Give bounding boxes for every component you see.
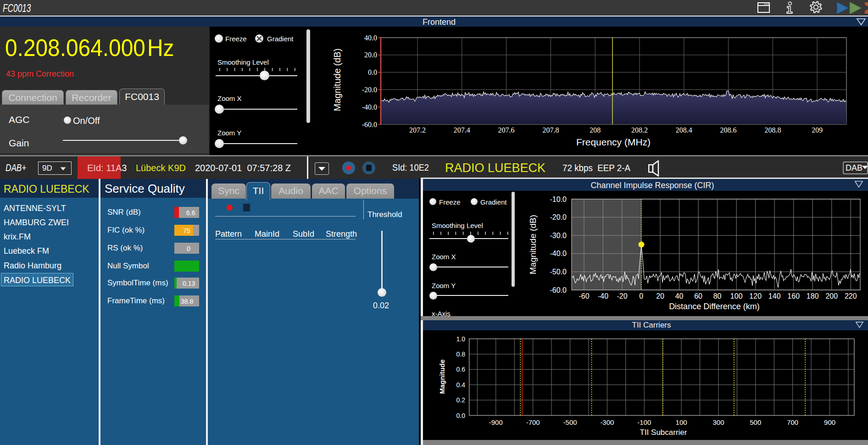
svg-text:0.0: 0.0	[456, 412, 466, 419]
svg-text:0.4: 0.4	[456, 381, 466, 389]
svg-text:-30.0: -30.0	[550, 232, 567, 239]
svg-text:1.0: 1.0	[456, 335, 466, 343]
svg-text:60: 60	[694, 292, 702, 300]
svg-text:80: 80	[713, 292, 722, 300]
svg-text:-40.0: -40.0	[362, 103, 377, 111]
svg-text:140: 140	[768, 292, 781, 300]
svg-text:208.4: 208.4	[676, 126, 692, 134]
svg-text:-900: -900	[489, 418, 503, 426]
svg-text:Frequency (MHz): Frequency (MHz)	[576, 137, 651, 147]
svg-text:0: 0	[639, 292, 643, 300]
svg-text:700: 700	[787, 418, 798, 426]
svg-text:180: 180	[807, 292, 819, 300]
svg-text:208.2: 208.2	[631, 126, 648, 134]
svg-text:160: 160	[787, 292, 800, 300]
svg-text:40: 40	[675, 292, 684, 300]
svg-text:-100: -100	[637, 418, 651, 426]
svg-text:-500: -500	[563, 418, 577, 426]
svg-text:-40.0: -40.0	[550, 250, 567, 257]
svg-text:Magnitude (dB): Magnitude (dB)	[528, 215, 538, 274]
svg-text:0.2: 0.2	[456, 396, 466, 404]
svg-text:0.0: 0.0	[368, 68, 377, 76]
svg-text:207.6: 207.6	[498, 126, 515, 134]
svg-text:200: 200	[825, 292, 838, 300]
svg-text:-20: -20	[617, 292, 627, 300]
svg-text:500: 500	[750, 418, 761, 426]
svg-text:-60.0: -60.0	[362, 121, 377, 128]
svg-text:Magnitude: Magnitude	[438, 360, 446, 394]
svg-text:-300: -300	[600, 418, 614, 426]
svg-text:207.4: 207.4	[454, 126, 470, 134]
svg-text:208.8: 208.8	[764, 126, 781, 134]
svg-text:-20.0: -20.0	[362, 86, 377, 94]
svg-text:207.2: 207.2	[409, 126, 426, 134]
svg-text:TII Subcarrier: TII Subcarrier	[640, 428, 687, 437]
svg-text:Distance Difference (km): Distance Difference (km)	[669, 302, 760, 311]
svg-text:209: 209	[812, 126, 823, 134]
svg-text:100: 100	[730, 292, 743, 300]
svg-text:100: 100	[676, 418, 687, 426]
svg-text:300: 300	[712, 418, 724, 426]
svg-text:-40: -40	[598, 292, 608, 300]
svg-text:900: 900	[824, 418, 835, 426]
svg-text:20.0: 20.0	[364, 51, 377, 59]
svg-text:40.0: 40.0	[364, 34, 377, 42]
svg-text:-60: -60	[579, 292, 589, 300]
svg-text:120: 120	[749, 292, 762, 300]
svg-text:0.8: 0.8	[456, 350, 466, 358]
svg-text:0.6: 0.6	[456, 366, 466, 373]
svg-text:-20.0: -20.0	[550, 213, 567, 221]
svg-text:-60.0: -60.0	[550, 286, 567, 294]
svg-text:208: 208	[590, 126, 601, 134]
svg-text:208.6: 208.6	[720, 126, 737, 134]
svg-text:-50.0: -50.0	[550, 268, 567, 276]
svg-text:-10.0: -10.0	[550, 195, 567, 203]
svg-text:Magnitude (dB): Magnitude (dB)	[332, 49, 342, 111]
svg-text:-700: -700	[526, 418, 540, 426]
svg-text:20: 20	[656, 292, 664, 300]
svg-text:207.8: 207.8	[542, 126, 559, 134]
svg-text:220: 220	[845, 292, 857, 300]
